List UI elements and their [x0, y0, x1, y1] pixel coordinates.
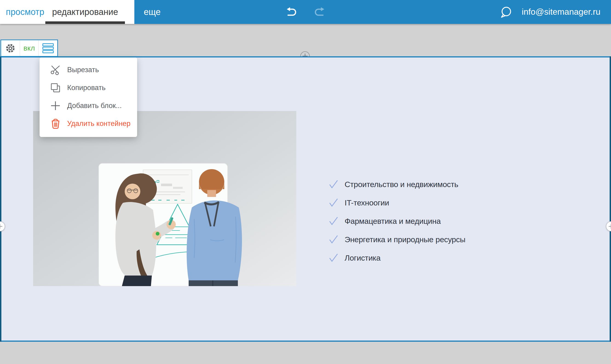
- list-item[interactable]: IT-техноогии: [328, 194, 465, 212]
- list-item-label: IT-техноогии: [345, 198, 389, 207]
- menu-item-add-block[interactable]: Добавить блок...: [40, 97, 137, 115]
- container-menu-button[interactable]: [38, 40, 57, 56]
- plus-icon: [608, 224, 611, 229]
- list-item-label: Энергетика и природные ресурсы: [345, 235, 465, 244]
- container-toolbar: вкл: [0, 39, 58, 57]
- menu-item-label: Копировать: [67, 84, 106, 92]
- trash-icon: [50, 118, 61, 129]
- copy-icon: [50, 82, 61, 93]
- redo-button[interactable]: [313, 7, 327, 18]
- check-icon: [328, 179, 339, 189]
- undo-button[interactable]: [284, 7, 298, 18]
- list-item-label: Логистика: [345, 253, 380, 262]
- menu-item-label: Вырезать: [67, 66, 99, 74]
- tab-preview[interactable]: просмотр: [0, 0, 50, 24]
- list-item-label: Фармацевтика и медицина: [345, 217, 441, 226]
- check-icon: [328, 216, 339, 226]
- plus-icon: [50, 100, 61, 111]
- account-email[interactable]: info@sitemanager.ru: [522, 0, 600, 24]
- menu-item-label: Удалить контейнер: [67, 119, 130, 128]
- container-context-menu: Вырезать Копировать Добавить блок... Уда…: [40, 57, 137, 137]
- plus-icon: [0, 224, 3, 229]
- list-item[interactable]: Строительство и недвижимость: [328, 175, 465, 194]
- chat-icon[interactable]: [499, 5, 513, 19]
- undo-icon: [285, 7, 298, 17]
- menu-item-label: Добавить блок...: [67, 102, 122, 110]
- canvas-margin-bottom: [0, 342, 611, 364]
- topbar: просмотр редактирование еще info@siteman…: [0, 0, 611, 24]
- check-icon: [328, 198, 339, 208]
- layout-bars-icon: [42, 43, 54, 53]
- list-item[interactable]: Логистика: [328, 249, 465, 267]
- tab-edit[interactable]: редактирование: [50, 0, 120, 24]
- canvas-margin-top: [0, 24, 611, 56]
- container-visibility-toggle[interactable]: вкл: [20, 40, 39, 56]
- plus-icon: [302, 53, 308, 56]
- menu-item-cut[interactable]: Вырезать: [40, 61, 137, 79]
- active-tab-underline: [45, 21, 125, 24]
- check-icon: [328, 234, 339, 245]
- list-item-label: Строительство и недвижимость: [345, 180, 458, 189]
- redo-icon: [313, 7, 326, 17]
- editor-page: просмотр редактирование еще info@siteman…: [0, 0, 611, 364]
- scissors-icon: [50, 65, 61, 75]
- team-whiteboard-photo[interactable]: [33, 111, 296, 286]
- tab-more[interactable]: еще: [134, 0, 170, 24]
- container-edge-left: [0, 56, 1, 342]
- container-settings-button[interactable]: [1, 40, 20, 56]
- topbar-tabs-group: просмотр редактирование: [0, 0, 134, 24]
- industry-checklist[interactable]: Строительство и недвижимость IT-технооги…: [328, 175, 465, 267]
- check-icon: [328, 253, 339, 263]
- container-edge-right: [610, 56, 611, 342]
- list-item[interactable]: Энергетика и природные ресурсы: [328, 230, 465, 249]
- menu-item-delete-container[interactable]: Удалить контейнер: [40, 115, 137, 133]
- list-item[interactable]: Фармацевтика и медицина: [328, 212, 465, 230]
- toggle-label: вкл: [24, 44, 35, 52]
- gear-icon: [5, 43, 16, 53]
- add-block-button-top[interactable]: [300, 51, 310, 56]
- menu-item-copy[interactable]: Копировать: [40, 79, 137, 97]
